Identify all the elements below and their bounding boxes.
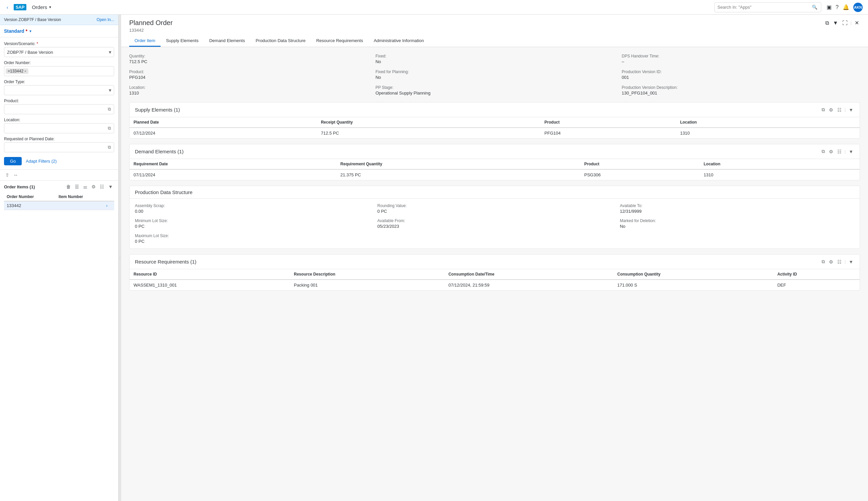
open-in-button[interactable]: Open In... xyxy=(97,17,114,22)
row-arrow-icon: › xyxy=(106,203,108,208)
planned-order-title-row: Planned Order ⧉ ▼ ⛶ | ✕ xyxy=(129,19,860,27)
field-dps-handover-time: DPS Handover Time: – xyxy=(622,54,860,64)
table-row[interactable]: 133442 › xyxy=(4,201,114,210)
prod-version-id-value: 001 xyxy=(622,75,860,80)
supply-copy-icon-button[interactable]: ⧉ xyxy=(821,106,826,114)
variant-label[interactable]: Standard * ▼ xyxy=(4,29,114,34)
user-avatar[interactable]: AKN xyxy=(853,3,862,12)
adapt-filters-button[interactable]: Adapt Filters (2) xyxy=(26,159,56,164)
order-type-select[interactable] xyxy=(4,85,114,95)
search-icon-button[interactable]: 🔍 xyxy=(811,4,818,10)
tag-close-button[interactable]: × xyxy=(24,70,26,73)
product-filter-input[interactable] xyxy=(4,104,114,114)
supply-elements-header: Supply Elements (1) ⧉ ⚙ ☷ | ▼ xyxy=(130,103,860,117)
available-from-label: Available From: xyxy=(377,218,611,223)
version-scenario-select[interactable]: ZOBP7F / Base Version xyxy=(4,47,114,57)
demand-product: PSG306 xyxy=(580,169,700,180)
demand-col-location: Location xyxy=(700,159,821,169)
expand-icon-button[interactable]: ▼ xyxy=(107,183,114,190)
max-lot-size-value: 0 PC xyxy=(135,239,369,244)
rr-resource-id: WASSEM1_1310_001 xyxy=(130,279,290,290)
variant-chevron: ▼ xyxy=(29,29,32,33)
tab-order-item[interactable]: Order Item xyxy=(129,35,161,47)
close-icon-button[interactable]: ✕ xyxy=(854,19,860,27)
pds-field-marked-for-deletion: Marked for Deletion: No xyxy=(620,218,854,229)
resource-row[interactable]: WASSEM1_1310_001 Packing 001 07/12/2024,… xyxy=(130,279,860,290)
resource-requirements-table: Resource ID Resource Description Consump… xyxy=(130,269,860,290)
demand-copy-icon-button[interactable]: ⧉ xyxy=(821,148,826,155)
order-number-tag-input[interactable]: =133442 × xyxy=(4,66,114,76)
rr-copy-icon-button[interactable]: ⧉ xyxy=(821,258,826,266)
supply-grid-icon-button[interactable]: ☷ xyxy=(836,106,843,114)
tab-resource-requirements[interactable]: Resource Requirements xyxy=(311,35,368,47)
prod-version-desc-value: 130_PFG104_001 xyxy=(622,90,860,96)
assembly-scrap-label: Assembly Scrap: xyxy=(135,203,369,208)
fixed-value: No xyxy=(376,59,614,64)
version-scenario-label: Version/Scenario: * xyxy=(4,41,114,46)
min-lot-size-label: Minimum Lot Size: xyxy=(135,218,369,223)
version-banner: Version ZOBP7F / Base Version Open In... xyxy=(0,15,118,25)
app-name[interactable]: Orders ▼ xyxy=(32,4,52,10)
delete-icon-button[interactable]: 🗑 xyxy=(65,183,72,190)
date-copy-icon[interactable]: ⧉ xyxy=(107,144,112,151)
nav-back-button[interactable]: ‹ xyxy=(6,3,10,11)
fixed-for-planning-label: Fixed for Planning: xyxy=(376,70,614,74)
product-copy-icon[interactable]: ⧉ xyxy=(107,106,112,113)
fullscreen-icon-button[interactable]: ⛶ xyxy=(841,19,849,27)
supply-row[interactable]: 07/12/2024 712.5 PC PFG104 1310 xyxy=(130,128,860,138)
field-production-version-id: Production Version ID: 001 xyxy=(622,70,860,80)
go-button[interactable]: Go xyxy=(4,157,22,165)
rr-expand-icon-button[interactable]: ▼ xyxy=(848,258,854,266)
demand-grid-icon-button[interactable]: ☷ xyxy=(836,148,843,155)
pds-field-min-lot-size: Minimum Lot Size: 0 PC xyxy=(135,218,369,229)
tab-production-data-structure[interactable]: Production Data Structure xyxy=(250,35,311,47)
rr-settings-icon-button[interactable]: ⚙ xyxy=(828,258,834,266)
grid-icon-button[interactable]: ☷ xyxy=(98,183,106,190)
field-product: Product: PFG104 xyxy=(129,70,368,80)
supply-planned-date: 07/12/2024 xyxy=(130,128,317,138)
pds-field-max-lot-size: Maximum Lot Size: 0 PC xyxy=(135,233,369,244)
tab-demand-elements[interactable]: Demand Elements xyxy=(204,35,250,47)
copilot-icon-button[interactable]: ▣ xyxy=(827,4,832,10)
demand-expand-icon-button[interactable]: ▼ xyxy=(848,148,854,155)
collapse-all-button[interactable]: ⇧ xyxy=(4,172,11,178)
dropdown-arrow-button[interactable]: ▼ xyxy=(832,19,839,27)
search-input[interactable] xyxy=(717,5,811,10)
supply-location: 1310 xyxy=(676,128,815,138)
resource-requirements-section: Resource Requirements (1) ⧉ ⚙ ☷ | ▼ Reso… xyxy=(129,254,860,290)
demand-row[interactable]: 07/11/2024 21.375 PC PSG306 1310 xyxy=(130,169,860,180)
resource-requirements-tools: ⧉ ⚙ ☷ | ▼ xyxy=(821,258,854,266)
lines-icon-button[interactable]: ⚌ xyxy=(82,183,89,190)
variant-required-star: * xyxy=(26,29,28,34)
tab-administrative-information[interactable]: Administrative Information xyxy=(368,35,429,47)
date-filter-input[interactable] xyxy=(4,142,114,152)
share-icon-button[interactable]: ⧉ xyxy=(824,19,830,27)
settings-icon-button[interactable]: ⚙ xyxy=(90,183,97,190)
demand-settings-icon-button[interactable]: ⚙ xyxy=(828,148,834,155)
pds-header: Production Data Structure xyxy=(130,186,860,199)
max-lot-size-label: Maximum Lot Size: xyxy=(135,233,369,238)
location-filter: Location: ⧉ xyxy=(4,118,114,133)
planned-order-header: Planned Order ⧉ ▼ ⛶ | ✕ 133442 Order Ite… xyxy=(121,15,868,47)
assembly-scrap-value: 0.00 xyxy=(135,209,369,214)
demand-col-req-qty: Requirement Quantity xyxy=(337,159,580,169)
version-scenario-chevron: ▼ xyxy=(108,50,112,55)
supply-expand-icon-button[interactable]: ▼ xyxy=(848,106,854,114)
date-filter-label: Requested or Planned Date: xyxy=(4,137,114,141)
supply-settings-icon-button[interactable]: ⚙ xyxy=(828,106,834,114)
tab-supply-elements[interactable]: Supply Elements xyxy=(161,35,204,47)
rr-grid-icon-button[interactable]: ☷ xyxy=(836,258,843,266)
help-icon-button[interactable]: ? xyxy=(836,4,839,10)
rr-col-activity-id: Activity ID xyxy=(773,269,860,279)
order-items-section: Order Items (1) 🗑 ☰ ⚌ ⚙ ☷ ▼ Order Number… xyxy=(0,180,118,213)
order-type-chevron: ▼ xyxy=(108,88,112,93)
panel-resize-handle[interactable]: ⋮ xyxy=(119,15,121,501)
sort-icon-button[interactable]: ↔ xyxy=(12,172,19,178)
left-panel: Version ZOBP7F / Base Version Open In...… xyxy=(0,15,119,501)
min-lot-size-value: 0 PC xyxy=(135,224,369,229)
list-icon-button[interactable]: ☰ xyxy=(74,183,80,190)
location-filter-input[interactable] xyxy=(4,123,114,133)
location-copy-icon[interactable]: ⧉ xyxy=(107,125,112,131)
planned-order-title: Planned Order xyxy=(129,19,173,27)
notification-icon-button[interactable]: 🔔 xyxy=(843,4,849,10)
